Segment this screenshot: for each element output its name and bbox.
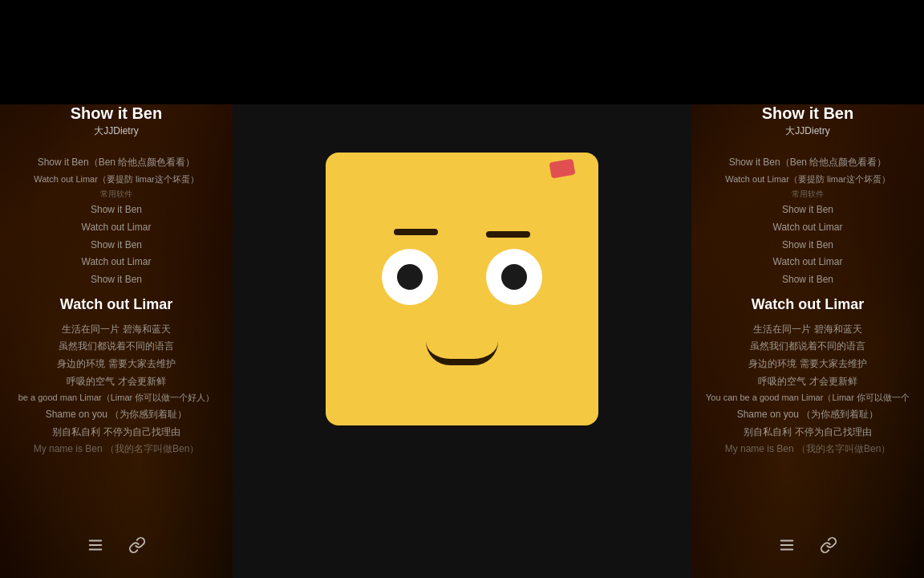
left-label-software: 常用软件 (12, 187, 221, 201)
right-lyric-6: Watch out Limar (703, 254, 912, 271)
right-list-icon[interactable] (778, 536, 796, 554)
right-lyric-3: Show it Ben (703, 201, 912, 219)
left-lyric-big: Watch out Limar (12, 291, 221, 317)
right-lyric-9: 虽然我们都说着不同的语言 (703, 338, 912, 356)
eye-left (382, 249, 438, 305)
left-lyric-2: Watch out Limar（要提防 limar这个坏蛋） (12, 172, 221, 188)
right-lyric-big: Watch out Limar (703, 291, 912, 317)
left-lyric-14: 别自私自利 不停为自己找理由 (12, 424, 221, 442)
left-lyric-8: 生活在同一片 碧海和蓝天 (12, 321, 221, 339)
left-lyric-6: Watch out Limar (12, 254, 221, 271)
left-link-icon[interactable] (128, 536, 146, 554)
left-bottom-icons (0, 536, 233, 554)
svg-rect-1 (89, 544, 103, 546)
right-panel-subtitle: 大JJDietry (703, 124, 912, 138)
left-lyric-3: Show it Ben (12, 201, 221, 219)
pupil-right (501, 264, 527, 290)
face-inner (326, 153, 598, 425)
svg-rect-5 (780, 549, 794, 551)
right-bottom-icons (691, 536, 924, 554)
right-lyric-5: Show it Ben (703, 237, 912, 254)
left-lyric-12: be a good man Limar（Limar 你可以做一个好人） (12, 390, 221, 406)
right-lyric-8: 生活在同一片 碧海和蓝天 (703, 321, 912, 339)
left-lyric-13: Shame on you （为你感到着耻） (12, 406, 221, 424)
right-lyric-1: Show it Ben（Ben 给他点颜色看看） (703, 154, 912, 172)
left-lyric-7: Show it Ben (12, 271, 221, 289)
right-lyric-13: Shame on you （为你感到着耻） (703, 406, 912, 424)
right-lyric-4: Watch out Limar (703, 219, 912, 237)
left-list-icon[interactable] (87, 536, 104, 554)
left-lyric-1: Show it Ben（Ben 给他点颜色看看） (12, 154, 221, 172)
left-lyric-4: Watch out Limar (12, 219, 221, 237)
right-panel-title: Show it Ben (703, 104, 912, 123)
right-lyric-14: 别自私自利 不停为自己找理由 (703, 424, 912, 442)
right-lyric-10: 身边的环境 需要大家去维护 (703, 356, 912, 373)
right-lyric-7: Show it Ben (703, 271, 912, 289)
mouth (426, 341, 498, 365)
left-panel-subtitle: 大JJDietry (12, 124, 221, 138)
eyebrow-right (486, 231, 530, 238)
left-panel-title: Show it Ben (12, 104, 221, 123)
left-lyric-5: Show it Ben (12, 237, 221, 254)
left-lyric-15: My name is Ben （我的名字叫做Ben） (12, 441, 221, 458)
pupil-left (397, 264, 423, 290)
top-bar (0, 0, 924, 104)
right-lyric-11: 呼吸的空气 才会更新鲜 (703, 373, 912, 391)
eye-right (486, 249, 542, 305)
left-lyric-10: 身边的环境 需要大家去维护 (12, 356, 221, 373)
right-lyric-2: Watch out Limar（要提防 limar这个坏蛋） (703, 172, 912, 188)
right-panel: Show it Ben 大JJDietry Show it Ben（Ben 给他… (691, 104, 924, 458)
left-lyric-11: 呼吸的空气 才会更新鲜 (12, 373, 221, 391)
left-panel: Show it Ben 大JJDietry Show it Ben（Ben 给他… (0, 104, 233, 458)
right-label-software: 常用软件 (703, 187, 912, 201)
svg-rect-2 (89, 549, 103, 551)
svg-rect-0 (89, 540, 103, 542)
svg-rect-4 (780, 544, 794, 546)
left-lyric-9: 虽然我们都说着不同的语言 (12, 338, 221, 356)
right-lyric-15: My name is Ben （我的名字叫做Ben） (703, 441, 912, 458)
right-lyric-12: You can be a good man Limar（Limar 你可以做一个 (703, 390, 912, 406)
right-link-icon[interactable] (820, 536, 837, 554)
eyebrow-left (394, 229, 438, 235)
svg-rect-3 (780, 540, 794, 542)
emoji-face (326, 153, 598, 425)
